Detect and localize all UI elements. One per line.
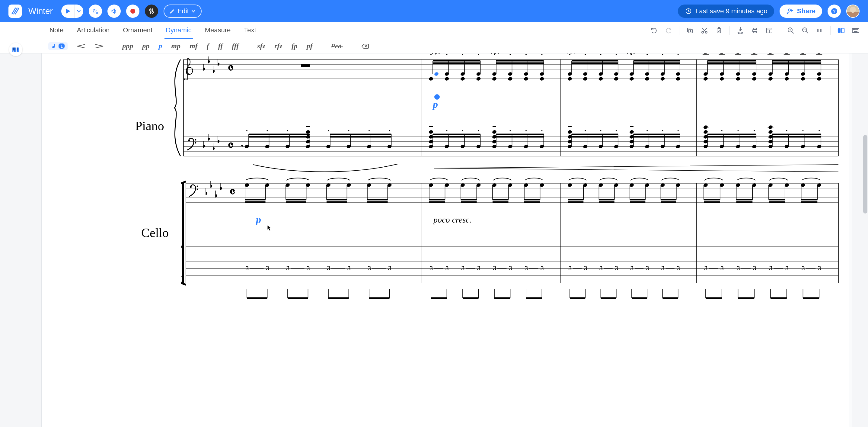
svg-text:3: 3 [540,265,544,272]
dyn-mf[interactable]: mf [189,42,198,50]
zoom-out-button[interactable] [801,27,809,34]
dyn-pf[interactable]: pf [307,42,313,50]
help-button[interactable]: ? [828,4,841,18]
tab-dynamic[interactable]: Dynamic [164,22,193,39]
svg-point-57 [855,29,855,30]
pedal-button[interactable]: Ped. [331,42,343,50]
dyn-p[interactable]: p [158,42,162,50]
svg-text:3: 3 [630,265,633,272]
tuning-button[interactable] [145,4,158,18]
svg-rect-37 [753,28,756,30]
dyn-fff[interactable]: fff [232,42,239,50]
piano-treble-staff[interactable] [184,54,838,80]
svg-text:3: 3 [704,265,707,272]
svg-text:3: 3 [477,265,480,272]
page-gutter-left [0,54,42,427]
svg-text:g: g [182,258,184,263]
redo-button[interactable] [664,27,673,34]
svg-rect-24 [13,48,13,51]
score-page[interactable]: 𝄴 𝄋 Piano [42,54,849,427]
svg-text:3: 3 [817,265,821,272]
tab-measure[interactable]: Measure [204,22,232,39]
tab-ornament[interactable]: Ornament [122,22,154,39]
svg-text:3: 3 [737,265,740,272]
parts-button[interactable] [837,27,845,34]
tab-text[interactable]: Text [243,22,257,39]
svg-line-94 [181,182,186,183]
svg-text:3: 3 [753,265,756,272]
print-button[interactable] [751,27,759,34]
layout-button[interactable] [765,27,773,34]
cursor-icon [267,225,272,231]
share-button[interactable]: Share [780,4,822,18]
piano-brace [175,60,181,156]
cello-tab-staff[interactable]: e' b g d A E [181,244,838,285]
svg-rect-54 [841,28,844,33]
decrescendo-button[interactable] [95,42,104,51]
download-button[interactable] [736,27,744,34]
svg-rect-55 [852,28,859,33]
paste-button[interactable] [715,27,723,34]
cello-dynamic-p[interactable]: p [255,214,261,225]
selection-indicator[interactable]: 1 [48,42,68,50]
cello-staff[interactable] [186,164,838,203]
keyboard-button[interactable] [852,27,860,34]
svg-text:3: 3 [525,265,528,272]
cut-button[interactable] [701,27,708,34]
audio-button[interactable] [107,4,121,18]
copy-button[interactable] [686,27,694,34]
piano-bass-staff[interactable]: 𝄾 [184,134,838,172]
svg-text:A: A [181,273,184,278]
staff-view-button[interactable] [816,27,824,34]
edit-mode-dropdown[interactable]: Edit [163,4,202,18]
svg-line-0 [12,8,16,14]
share-label: Share [797,7,815,15]
score-title[interactable]: Winter [28,6,53,16]
svg-text:♭: ♭ [96,8,97,11]
svg-text:?: ? [833,9,836,13]
selected-note[interactable] [434,71,439,76]
dyn-ff[interactable]: ff [218,42,223,50]
svg-text:e': e' [181,244,184,249]
piano-dynamic-p[interactable]: p [432,99,438,110]
svg-line-1 [13,8,17,14]
tab-articulation[interactable]: Articulation [75,22,111,39]
user-avatar[interactable] [846,4,860,18]
dyn-pp[interactable]: pp [142,42,149,50]
app-logo[interactable] [8,4,22,18]
save-status[interactable]: Last save 9 minutes ago [678,4,774,18]
svg-text:3: 3 [368,265,371,272]
instruments-panel-button[interactable] [9,43,22,56]
vertical-scrollbar[interactable] [863,135,867,214]
separator [322,42,322,51]
dyn-fp[interactable]: fp [291,42,298,50]
svg-text:3: 3 [661,265,664,272]
svg-rect-25 [14,48,15,51]
svg-rect-86 [301,64,310,67]
dyn-f[interactable]: f [207,42,209,50]
svg-text:3: 3 [802,265,805,272]
delete-dynamic-button[interactable] [361,42,369,50]
tab-note[interactable]: Note [48,22,65,39]
play-options-dropdown[interactable] [74,4,83,18]
separator [780,26,780,35]
crescendo-button[interactable] [77,42,86,51]
dyn-sfz[interactable]: sfz [257,42,265,50]
undo-button[interactable] [650,27,658,34]
clock-icon [684,7,692,15]
svg-text:3: 3 [785,265,788,272]
play-button[interactable] [61,4,74,18]
dyn-mp[interactable]: mp [171,42,181,50]
svg-rect-23 [19,48,19,52]
svg-text:3: 3 [615,265,618,272]
svg-text:3: 3 [388,265,392,272]
cello-poco-cresc[interactable]: poco cresc. [433,215,471,224]
chord-notation-button[interactable]: B♭ [89,4,102,18]
svg-point-7 [130,9,135,13]
zoom-in-button[interactable] [787,27,795,34]
svg-text:3: 3 [720,265,724,272]
record-button[interactable] [126,4,140,18]
dyn-rfz[interactable]: rfz [274,42,282,50]
dyn-ppp[interactable]: ppp [122,42,133,50]
toolbar-tabs: Note Articulation Ornament Dynamic Measu… [48,22,257,39]
